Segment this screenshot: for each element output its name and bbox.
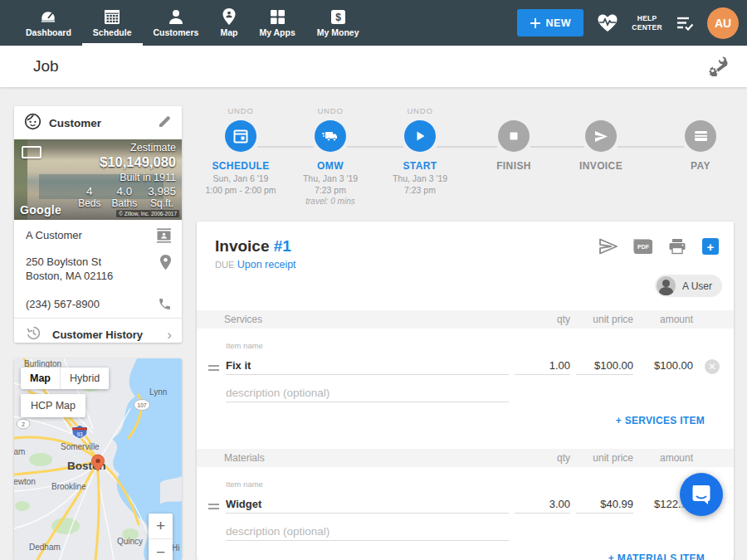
map-zoom-controls: + − (149, 514, 173, 560)
omw-step-button[interactable] (315, 120, 346, 152)
map-zoom-out-button[interactable]: − (149, 539, 173, 560)
step-schedule: UNDO SCHEDULE Sun, Jan 6 '19 1:00 pm - 2… (191, 106, 290, 195)
pdf-icon[interactable]: PDF (634, 240, 652, 254)
service-description-input[interactable] (226, 384, 509, 402)
invoice-due: DUE Upon receipt (215, 259, 296, 270)
new-button[interactable]: NEW (517, 9, 583, 37)
map-label-brookline: Brookline (51, 482, 86, 491)
map-label-newton: Newton (14, 477, 36, 486)
finish-step-button[interactable] (498, 120, 530, 152)
map-type-toggle: Map Hybrid (21, 368, 109, 389)
map-label-quincy: Quincy (117, 537, 143, 546)
schedule-undo-link[interactable]: UNDO (191, 106, 290, 116)
step-omw: UNDO OMW Thu, Jan 3 '19 7:23 pm travel: … (281, 106, 380, 206)
start-step-button[interactable] (404, 120, 436, 152)
assignee-chip[interactable]: A User (655, 275, 722, 297)
nav-item-customers[interactable]: Customers (143, 0, 210, 46)
pay-step-button[interactable] (685, 120, 716, 152)
job-settings-icon[interactable] (707, 56, 729, 80)
job-progress-steps: UNDO SCHEDULE Sun, Jan 6 '19 1:00 pm - 2… (197, 106, 734, 221)
dashboard-icon (39, 8, 57, 25)
drag-handle[interactable] (208, 501, 219, 512)
page-title: Job (33, 57, 59, 75)
route-shield-107: 107 (134, 400, 150, 411)
customer-history-row[interactable]: Customer History › (14, 318, 182, 352)
start-undo-link[interactable]: UNDO (370, 106, 470, 116)
add-invoice-item-button[interactable]: + (702, 238, 719, 255)
customer-name-row: A Customer (14, 220, 182, 249)
nav-item-dashboard[interactable]: Dashboard (15, 0, 82, 46)
location-pin-icon[interactable] (159, 255, 172, 275)
invoice-title: Invoice #1 (215, 237, 291, 256)
material-qty-input[interactable] (515, 495, 570, 514)
chat-widget-button[interactable] (680, 473, 723, 516)
hcp-map-button[interactable]: HCP Map (21, 394, 85, 417)
edit-pencil-icon[interactable] (158, 114, 172, 132)
map-card: Burlington Lynn Somerville ham Newton Br… (14, 358, 182, 560)
built-year: Built in 1911 (78, 172, 176, 183)
add-services-item-link[interactable]: + SERVICES ITEM (616, 415, 705, 426)
top-navbar: Dashboard Schedule Customers Map My Apps (0, 0, 747, 46)
map-label-waltham: ham (14, 447, 25, 456)
svg-text:93: 93 (76, 431, 83, 437)
nav-item-my-apps[interactable]: My Apps (248, 0, 305, 46)
phone-icon[interactable] (158, 297, 172, 315)
map-pin-icon (222, 8, 237, 25)
schedule-step-button[interactable] (225, 120, 256, 152)
service-item-name-input[interactable] (226, 357, 509, 375)
plus-icon (530, 18, 540, 28)
assignee-avatar-icon (657, 276, 676, 295)
material-description-input[interactable] (226, 523, 509, 541)
invoice-card: Invoice #1 DUE Upon receipt PDF + A User… (197, 222, 734, 560)
streetview-frame-icon[interactable] (22, 146, 42, 158)
google-watermark: Google (20, 203, 61, 217)
help-center-link[interactable]: HELP CENTER (632, 14, 662, 32)
step-pay: PAY (651, 106, 747, 172)
health-heart-icon[interactable] (597, 13, 618, 33)
address-line1: 250 Boylston St (26, 256, 172, 270)
svg-text:$: $ (335, 12, 341, 23)
map-zoom-in-button[interactable]: + (149, 514, 173, 539)
step-start: UNDO START Thu, Jan 3 '19 7:23 pm (370, 106, 470, 195)
navbar-right: NEW HELP CENTER AU (517, 0, 739, 46)
service-unit-price-input[interactable] (576, 357, 633, 375)
material-unit-price-input[interactable] (576, 495, 633, 514)
customer-face-icon (24, 113, 42, 134)
nav-item-map[interactable]: Map (209, 0, 248, 46)
route-shield-2: 2 (17, 419, 30, 429)
material-item-name-input[interactable] (226, 495, 509, 514)
due-terms-link[interactable]: Upon receipt (237, 259, 296, 270)
customer-card-header: Customer (14, 106, 182, 139)
invoice-step-button[interactable] (585, 120, 617, 152)
send-invoice-icon[interactable] (598, 238, 618, 255)
map-label-hingham: Hi (172, 543, 179, 553)
history-icon (26, 325, 42, 344)
customers-icon (168, 8, 184, 25)
customer-card: Customer Zestimate $10,149,080 Built in … (14, 106, 182, 343)
money-icon: $ (330, 9, 346, 25)
delete-service-item-button[interactable]: ✕ (705, 359, 720, 374)
user-avatar[interactable]: AU (707, 7, 739, 39)
print-icon[interactable] (668, 238, 686, 255)
nav-item-my-money[interactable]: $ My Money (306, 0, 370, 46)
property-stats: 4Beds 4.0Baths 3,985Sq.ft. (78, 185, 176, 209)
map-type-hybrid-button[interactable]: Hybrid (60, 368, 109, 389)
zestimate-overlay: Zestimate $10,149,080 Built in 1911 4Bed… (78, 142, 176, 209)
page-header: Job (0, 46, 747, 87)
task-list-icon[interactable] (676, 16, 694, 31)
zestimate-label: Zestimate (78, 142, 176, 153)
contact-card-icon[interactable] (156, 228, 172, 247)
drag-handle[interactable] (208, 363, 219, 373)
property-photo[interactable]: Zestimate $10,149,080 Built in 1911 4Bed… (14, 139, 182, 220)
svg-text:2: 2 (22, 421, 25, 427)
map-type-map-button[interactable]: Map (21, 368, 60, 389)
customer-address-row: 250 Boylston St Boston, MA 02116 (14, 249, 182, 290)
service-qty-input[interactable] (515, 357, 570, 375)
omw-undo-link[interactable]: UNDO (281, 106, 380, 116)
materials-section-header: Materials qty unit price amount (197, 449, 734, 467)
add-materials-item-link[interactable]: + MATERIALS ITEM (608, 553, 705, 560)
invoice-number: #1 (274, 237, 291, 255)
nav-item-schedule[interactable]: Schedule (82, 0, 143, 46)
customer-phone: (234) 567-8900 (26, 298, 100, 310)
play-icon (413, 129, 427, 143)
